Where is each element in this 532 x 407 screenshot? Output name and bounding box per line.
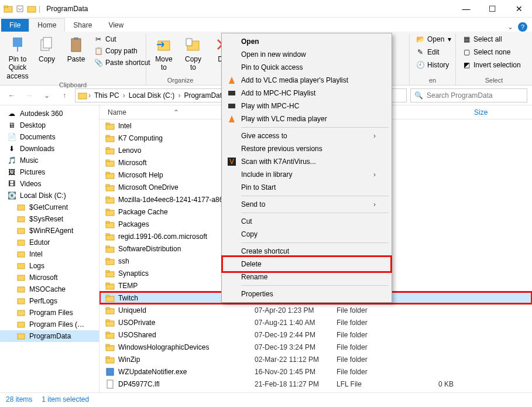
nav-winreagent[interactable]: $WinREAgent <box>0 225 99 237</box>
nav-sysreset[interactable]: $SysReset <box>0 213 99 225</box>
ctx-pin-quick-access[interactable]: Pin to Quick access <box>224 61 390 74</box>
file-row[interactable]: WZUpdateNotifier.exe16-Nov-20 1:45 PMFil… <box>99 365 532 378</box>
nav-logs[interactable]: Logs <box>0 260 99 272</box>
copy-button[interactable]: Copy <box>34 34 60 64</box>
ctx-properties[interactable]: Properties <box>224 288 390 300</box>
nav-local-disk[interactable]: 💽Local Disk (C:) <box>0 190 99 201</box>
nav-downloads[interactable]: ⬇Downloads <box>0 143 99 155</box>
ribbon-chevron-icon[interactable]: ⌄ <box>507 23 513 31</box>
chevron-down-icon: ▾ <box>448 35 451 43</box>
ctx-scan[interactable]: VScan with K7AntiVirus... <box>224 155 390 168</box>
invert-selection-button[interactable]: ◩Invert selection <box>461 60 522 70</box>
minimize-button[interactable]: — <box>453 0 479 18</box>
paste-button[interactable]: Paste <box>63 34 89 64</box>
open-dropdown-button[interactable]: 📂Open▾ <box>414 34 452 45</box>
pin-quick-access-button[interactable]: Pin to Quick access <box>5 34 30 81</box>
file-tab[interactable]: File <box>1 19 29 32</box>
ctx-restore-versions[interactable]: Restore previous versions <box>224 142 390 155</box>
nav-intel[interactable]: Intel <box>0 248 99 260</box>
ctx-vlc-playlist[interactable]: Add to VLC media player's Playlist <box>224 74 390 87</box>
file-row[interactable]: USOPrivate07-Aug-21 1:40 AMFile folder <box>99 316 532 329</box>
ctx-cut[interactable]: Cut <box>224 215 390 228</box>
search-input[interactable]: 🔍 Search ProgramData <box>410 88 527 102</box>
qa-down-icon[interactable] <box>15 4 25 13</box>
file-type: File folder <box>337 331 407 339</box>
ctx-delete[interactable]: Delete <box>224 258 390 271</box>
ctx-play-mpc[interactable]: Play with MPC-HC <box>224 100 390 112</box>
nav-edutor[interactable]: Edutor <box>0 237 99 248</box>
chevron-right-icon[interactable]: › <box>123 91 125 100</box>
file-row[interactable]: DP45977C.lfl21-Feb-18 11:27 PMLFL File0 … <box>99 378 532 390</box>
file-name: USOPrivate <box>118 319 155 327</box>
history-button[interactable]: 🕘History <box>414 60 452 70</box>
svg-rect-8 <box>74 37 78 40</box>
file-date: 02-Mar-22 11:12 PM <box>255 355 337 364</box>
file-name: Microsoft <box>118 159 147 167</box>
folder-icon <box>16 249 26 259</box>
col-size[interactable]: Size <box>404 108 532 117</box>
file-row[interactable]: USOShared07-Dec-19 2:44 PMFile folder <box>99 329 532 341</box>
view-tab[interactable]: View <box>100 19 132 32</box>
folder-icon <box>16 331 26 341</box>
invert-icon: ◩ <box>462 60 471 70</box>
edit-button[interactable]: ✎Edit <box>414 47 452 57</box>
folder-icon <box>78 91 87 100</box>
navigation-pane[interactable]: ☁Autodesk 360 🖥Desktop 📄Documents ⬇Downl… <box>0 105 99 392</box>
nav-getcurrent[interactable]: $GetCurrent <box>0 201 99 213</box>
ctx-play-vlc[interactable]: Play with VLC media player <box>224 112 390 125</box>
move-to-button[interactable]: Move to <box>151 34 177 73</box>
nav-desktop[interactable]: 🖥Desktop <box>0 119 99 131</box>
chevron-right-icon[interactable]: › <box>178 91 180 100</box>
help-icon[interactable]: ? <box>518 22 527 32</box>
svg-text:V: V <box>229 158 234 166</box>
nav-microsoft[interactable]: Microsoft <box>0 272 99 283</box>
ctx-open[interactable]: Open <box>224 35 390 48</box>
nav-programdata[interactable]: ProgramData <box>0 330 99 342</box>
nav-documents[interactable]: 📄Documents <box>0 131 99 143</box>
crumb-this-pc[interactable]: This PC <box>92 91 122 100</box>
file-name: K7 Computing <box>118 134 163 142</box>
svg-rect-36 <box>106 184 109 186</box>
maximize-button[interactable]: ☐ <box>479 0 506 18</box>
select-none-button[interactable]: ▢Select none <box>461 47 522 57</box>
copy-to-button[interactable]: Copy to <box>180 34 206 73</box>
file-row[interactable]: WinZip02-Mar-22 11:12 PMFile folder <box>99 353 532 365</box>
ctx-give-access[interactable]: Give access to› <box>224 129 390 142</box>
nav-programfiles[interactable]: Program Files <box>0 307 99 319</box>
copy-path-button[interactable]: 📋Copy path <box>92 46 152 56</box>
nav-msocache[interactable]: MSOCache <box>0 283 99 295</box>
ctx-mpc-playlist[interactable]: Add to MPC-HC Playlist <box>224 87 390 100</box>
ctx-include-library[interactable]: Include in library› <box>224 168 390 181</box>
svg-rect-21 <box>18 299 25 304</box>
up-button[interactable]: ↑ <box>57 88 71 102</box>
ctx-copy[interactable]: Copy <box>224 228 390 241</box>
file-type: File folder <box>337 306 407 314</box>
forward-button[interactable]: → <box>22 88 36 102</box>
ctx-create-shortcut[interactable]: Create shortcut <box>224 245 390 258</box>
paste-shortcut-button[interactable]: 📎Paste shortcut <box>92 57 152 68</box>
nav-autodesk[interactable]: ☁Autodesk 360 <box>0 108 99 119</box>
file-row[interactable]: UniqueId07-Apr-20 1:23 PMFile folder <box>99 304 532 316</box>
share-tab[interactable]: Share <box>65 19 100 32</box>
nav-perflogs[interactable]: PerfLogs <box>0 295 99 307</box>
ctx-open-new-window[interactable]: Open in new window <box>224 48 390 61</box>
scissors-icon: ✂ <box>94 35 103 44</box>
recent-dropdown[interactable]: ⌄ <box>40 88 54 102</box>
history-icon: 🕘 <box>416 60 425 70</box>
ctx-send-to[interactable]: Send to› <box>224 198 390 211</box>
chevron-right-icon[interactable]: › <box>88 91 91 100</box>
close-button[interactable]: ✕ <box>506 0 532 18</box>
nav-videos[interactable]: 🎞Videos <box>0 178 99 190</box>
nav-pictures[interactable]: 🖼Pictures <box>0 166 99 178</box>
ctx-separator <box>241 127 389 128</box>
home-tab[interactable]: Home <box>29 18 65 32</box>
ctx-rename[interactable]: Rename <box>224 271 390 283</box>
nav-music[interactable]: 🎵Music <box>0 155 99 166</box>
cut-button[interactable]: ✂Cut <box>92 34 152 45</box>
ctx-pin-start[interactable]: Pin to Start <box>224 181 390 194</box>
back-button[interactable]: ← <box>5 88 19 102</box>
select-all-button[interactable]: ▦Select all <box>461 34 522 45</box>
crumb-local-disk[interactable]: Local Disk (C:) <box>126 91 177 100</box>
file-row[interactable]: WindowsHolographicDevices07-Dec-19 3:24 … <box>99 341 532 353</box>
nav-programfilesx[interactable]: Program Files (… <box>0 319 99 330</box>
